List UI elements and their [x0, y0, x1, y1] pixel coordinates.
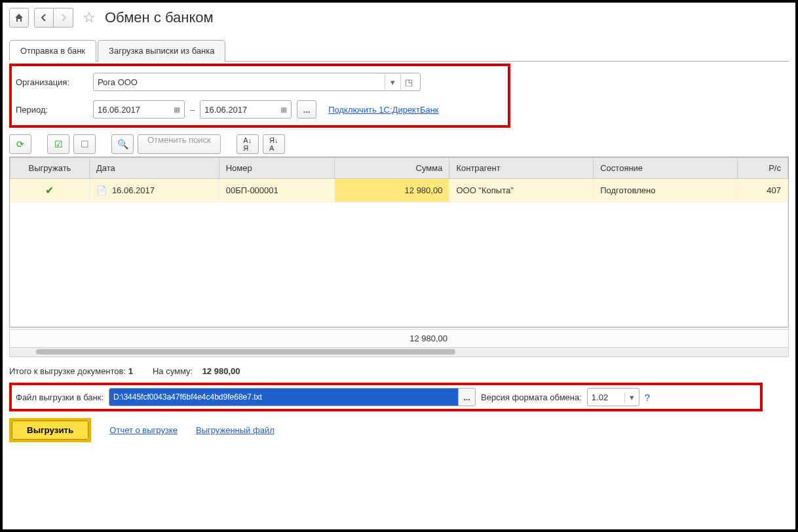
summary-line: Итого к выгрузке документов: 1 На сумму:…	[9, 366, 789, 376]
back-button[interactable]	[34, 8, 54, 28]
col-export[interactable]: Выгружать	[10, 158, 90, 179]
summary-sum-value: 12 980,00	[202, 366, 240, 376]
date-to-field[interactable]: 16.06.2017 ▦	[200, 100, 292, 119]
col-sum[interactable]: Сумма	[334, 158, 449, 179]
col-partner[interactable]: Контрагент	[449, 158, 594, 179]
date-from-value: 16.06.2017	[98, 105, 140, 115]
cell-status: Подготовлено	[594, 179, 738, 202]
tab-load-statement[interactable]: Загрузка выписки из банка	[98, 40, 225, 62]
cancel-search-button[interactable]: Отменить поиск	[138, 134, 221, 154]
date-from-field[interactable]: 16.06.2017 ▦	[93, 100, 185, 119]
forward-button[interactable]	[54, 8, 73, 28]
table-footer: 12 980,00	[9, 329, 789, 348]
export-report-link[interactable]: Отчет о выгрузке	[109, 425, 178, 435]
organization-field[interactable]: Рога ООО ▾ ◳	[93, 73, 421, 91]
cell-number: 00БП-000001	[219, 179, 334, 202]
uncheck-all-icon: ☐	[81, 139, 89, 149]
check-all-button[interactable]: ☑	[47, 134, 69, 154]
period-label: Период:	[16, 105, 88, 115]
search-icon: 🔍	[117, 139, 128, 149]
arrow-right-icon	[59, 13, 68, 22]
table-row[interactable]: ✔ 📄16.06.2017 00БП-000001 12 980,00 ООО …	[10, 179, 788, 202]
col-status[interactable]: Состояние	[594, 158, 738, 179]
toolbar: ⟳ ☑ ☐ 🔍 Отменить поиск А↓Я Я↓А	[9, 134, 789, 154]
search-button[interactable]: 🔍	[111, 134, 134, 154]
export-file-browse-button[interactable]: ...	[458, 389, 475, 406]
date-to-value: 16.06.2017	[204, 105, 247, 115]
export-checkbox[interactable]: ✔	[45, 185, 54, 196]
calendar-icon[interactable]: ▦	[174, 105, 180, 114]
table-empty-area	[10, 202, 788, 327]
summary-docs-count: 1	[128, 366, 133, 376]
cell-date: 16.06.2017	[112, 185, 155, 195]
col-number[interactable]: Номер	[219, 158, 334, 179]
footer-sum: 12 980,00	[369, 333, 447, 343]
date-dash: –	[190, 105, 195, 115]
home-button[interactable]	[9, 8, 29, 28]
sort-asc-button[interactable]: А↓Я	[237, 134, 259, 154]
tab-bar: Отправка в банк Загрузка выписки из банк…	[9, 39, 789, 62]
page-title: Обмен с банком	[105, 9, 214, 26]
cell-partner: ООО "Копыта"	[449, 179, 594, 202]
format-version-value: 1.02	[588, 392, 624, 402]
organization-open-button[interactable]: ◳	[400, 74, 416, 90]
exported-file-link[interactable]: Выгруженный файл	[196, 425, 275, 435]
sort-asc-icon: А↓Я	[243, 136, 252, 152]
uncheck-all-button[interactable]: ☐	[73, 134, 96, 154]
export-file-value: D:\3445fcf0043a47f6bf4e4c4bd9fe68e7.txt	[109, 389, 458, 406]
favorite-icon[interactable]: ☆	[83, 9, 96, 26]
horizontal-scrollbar[interactable]	[9, 348, 789, 357]
refresh-button[interactable]: ⟳	[9, 134, 31, 154]
sort-desc-button[interactable]: Я↓А	[263, 134, 285, 154]
organization-label: Организация:	[16, 77, 88, 87]
calendar-icon[interactable]: ▦	[280, 105, 287, 114]
home-icon	[14, 12, 24, 23]
cell-account: 407	[738, 179, 788, 202]
document-icon: 📄	[96, 185, 107, 195]
period-select-button[interactable]: ...	[297, 100, 316, 119]
sort-desc-icon: Я↓А	[269, 136, 278, 152]
cell-sum: 12 980,00	[334, 179, 449, 202]
format-version-label: Версия формата обмена:	[481, 392, 582, 402]
col-date[interactable]: Дата	[89, 158, 219, 179]
summary-sum-label: На сумму:	[153, 366, 193, 376]
col-account[interactable]: Р/с	[738, 158, 788, 179]
export-file-label: Файл выгрузки в банк:	[16, 392, 104, 402]
summary-docs-label: Итого к выгрузке документов:	[9, 366, 126, 376]
organization-value: Рога ООО	[98, 77, 138, 87]
refresh-icon: ⟳	[16, 139, 24, 149]
tab-send-to-bank[interactable]: Отправка в банк	[9, 40, 96, 62]
export-file-field[interactable]: D:\3445fcf0043a47f6bf4e4c4bd9fe68e7.txt …	[109, 388, 476, 406]
filter-panel: Организация: Рога ООО ▾ ◳ Период: 16.06.…	[9, 64, 510, 128]
format-version-field[interactable]: 1.02 ▾	[587, 388, 639, 406]
check-all-icon: ☑	[54, 139, 63, 149]
documents-table: Выгружать Дата Номер Сумма Контрагент Со…	[9, 157, 789, 328]
organization-dropdown-button[interactable]: ▾	[385, 74, 400, 90]
arrow-left-icon	[39, 13, 48, 22]
format-version-dropdown[interactable]: ▾	[624, 392, 639, 402]
help-icon[interactable]: ?	[645, 392, 650, 403]
connect-directbank-link[interactable]: Подключить 1С:ДиректБанк	[328, 105, 438, 115]
export-button[interactable]: Выгрузить	[12, 421, 88, 440]
